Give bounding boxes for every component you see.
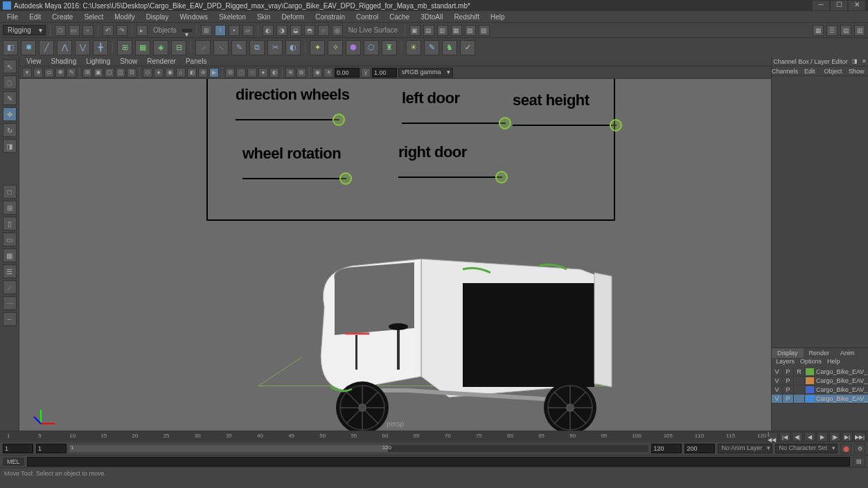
step-fwd-frame-button[interactable]: ▶| <box>842 432 853 442</box>
ao-icon[interactable]: ◐ <box>269 68 279 78</box>
dof-icon[interactable]: ◉ <box>312 68 322 78</box>
channel-tab-show[interactable]: Show <box>844 66 868 75</box>
lights-icon[interactable]: ☼ <box>176 68 186 78</box>
construction3-icon[interactable]: ○ <box>318 25 329 36</box>
range-start-inner-input[interactable] <box>36 444 67 453</box>
construction4-icon[interactable]: ◎ <box>332 25 343 36</box>
isolate-icon[interactable]: ◎ <box>225 68 235 78</box>
exposure-input[interactable] <box>335 68 360 78</box>
command-input[interactable] <box>27 457 850 467</box>
anim3-icon[interactable]: ♞ <box>442 40 457 55</box>
range-start-outer-input[interactable] <box>3 444 33 453</box>
prefs-icon[interactable]: ⚙ <box>854 444 865 453</box>
rig-slider-track[interactable] <box>402 123 506 124</box>
rig-slider-track[interactable] <box>242 178 346 179</box>
layout-2b-icon[interactable]: ▭ <box>3 233 17 246</box>
character-icon[interactable]: ♜ <box>382 40 397 55</box>
layer-r-toggle[interactable]: R <box>794 368 805 377</box>
render-icon[interactable]: ▣ <box>409 25 420 36</box>
move-tool-icon[interactable]: ✥ <box>3 107 17 121</box>
history-off-icon[interactable]: ◑ <box>276 25 287 36</box>
blend-icon[interactable]: ◐ <box>285 40 301 55</box>
panel-menu-view[interactable]: View <box>24 57 44 65</box>
layer-v-toggle[interactable]: V <box>772 368 783 377</box>
textured-icon[interactable]: ◉ <box>165 68 175 78</box>
workspace-dropdown[interactable]: Rigging <box>3 25 46 35</box>
lattice3-icon[interactable]: ⊟ <box>171 40 186 55</box>
shelf-tab-icon[interactable]: ◧ <box>3 40 18 55</box>
layer-r-toggle[interactable] <box>794 386 805 395</box>
script-editor-icon[interactable]: ▤ <box>853 457 865 467</box>
bind-icon[interactable]: ⟋ <box>195 40 211 55</box>
ik-icon[interactable]: ╱ <box>39 40 54 55</box>
layer-color-swatch[interactable] <box>806 386 814 393</box>
snap-grid-icon[interactable]: ⊞ <box>201 25 212 36</box>
layer-p-toggle[interactable]: P <box>783 377 794 386</box>
layer-menu-layers[interactable]: Layers <box>776 358 795 368</box>
gamma-icon[interactable]: γ <box>361 68 371 78</box>
panel-popout-icon[interactable]: ◨ <box>852 58 858 64</box>
menu-edit[interactable]: Edit <box>25 13 45 21</box>
menu-windows[interactable]: Windows <box>175 13 212 21</box>
menu-control[interactable]: Control <box>352 13 382 21</box>
rig-slider-handle[interactable] <box>610 119 622 132</box>
construction-icon[interactable]: ◒ <box>290 25 301 36</box>
layer-r-toggle[interactable] <box>794 395 805 404</box>
grid-icon[interactable]: ⊞ <box>82 68 92 78</box>
range-slider[interactable]: 1 120 <box>69 445 648 452</box>
autokey-toggle[interactable]: ⬤ <box>840 444 851 453</box>
menu-file[interactable]: File <box>3 13 22 21</box>
pose-icon[interactable]: ⬢ <box>346 40 361 55</box>
range-end-outer-input[interactable] <box>684 444 715 453</box>
menu-skin[interactable]: Skin <box>253 13 274 21</box>
save-scene-icon[interactable]: ▫ <box>82 25 94 36</box>
time-ruler[interactable]: 1510152025303540455055606570758085909510… <box>0 431 868 442</box>
scale-tool-icon[interactable]: ◨ <box>3 139 17 153</box>
image-plane-icon[interactable]: ▭ <box>44 68 54 78</box>
construction2-icon[interactable]: ◓ <box>304 25 315 36</box>
snap-plane-icon[interactable]: ▱ <box>242 25 254 36</box>
xray-joint-icon[interactable]: ○ <box>247 68 257 78</box>
playblast-icon[interactable]: ▨ <box>479 25 490 36</box>
new-scene-icon[interactable]: □ <box>55 25 66 36</box>
layer-p-toggle[interactable]: P <box>783 386 794 395</box>
exposure-icon[interactable]: ☀ <box>324 68 333 78</box>
ik3-icon[interactable]: ⋁ <box>75 40 90 55</box>
layer-p-toggle[interactable]: P <box>783 395 794 404</box>
rig-slider-handle[interactable] <box>499 117 511 129</box>
layer-row[interactable]: VPCargo_Bike_EAV_DPD_ <box>772 395 868 404</box>
lasso-tool-icon[interactable]: ◌ <box>3 75 17 89</box>
anim2-icon[interactable]: ✎ <box>424 40 439 55</box>
menu-select[interactable]: Select <box>80 13 107 21</box>
history-icon[interactable]: ◐ <box>263 25 274 36</box>
graph-icon[interactable]: ⟋ <box>3 280 17 294</box>
paint-tool-icon[interactable]: ✎ <box>3 91 17 105</box>
go-end-button[interactable]: ▶▶| <box>854 432 865 442</box>
wireframe-icon[interactable]: ◇ <box>143 68 152 78</box>
step-back-key-button[interactable]: ◀| <box>792 432 803 442</box>
layer-p-toggle[interactable]: P <box>783 368 794 377</box>
anim-icon[interactable]: ☀ <box>406 40 421 55</box>
shadows-icon[interactable]: ◐ <box>187 68 197 78</box>
step-fwd-key-button[interactable]: |▶ <box>829 432 840 442</box>
rig-slider-track[interactable] <box>236 119 339 120</box>
objects-dropdown[interactable] <box>182 29 192 32</box>
mirror-icon[interactable]: ⧉ <box>249 40 265 55</box>
bind2-icon[interactable]: ⟍ <box>213 40 229 55</box>
skeleton-icon[interactable]: ╋ <box>93 40 108 55</box>
anim4-icon[interactable]: ✓ <box>460 40 475 55</box>
menu-help[interactable]: Help <box>486 13 509 21</box>
outliner-icon[interactable]: ☰ <box>3 264 17 278</box>
redo-icon[interactable]: ↷ <box>116 25 127 36</box>
layer-menu-help[interactable]: Help <box>827 358 840 368</box>
constraint2-icon[interactable]: ✧ <box>328 40 343 55</box>
layout-icon-1[interactable]: ▦ <box>813 25 824 36</box>
layer-tab-anim[interactable]: Anim <box>835 348 860 358</box>
snap-point-icon[interactable]: • <box>229 25 240 36</box>
viewport[interactable]: direction wheelsleft doorseat heightwhee… <box>19 79 771 431</box>
bookmarks-icon[interactable]: ★ <box>33 68 43 78</box>
constraint-icon[interactable]: ✦ <box>310 40 325 55</box>
channel-tab-object[interactable]: Object <box>822 66 845 75</box>
render-settings-icon[interactable]: ▥ <box>437 25 448 36</box>
2d-pan-icon[interactable]: ✥ <box>55 68 65 78</box>
